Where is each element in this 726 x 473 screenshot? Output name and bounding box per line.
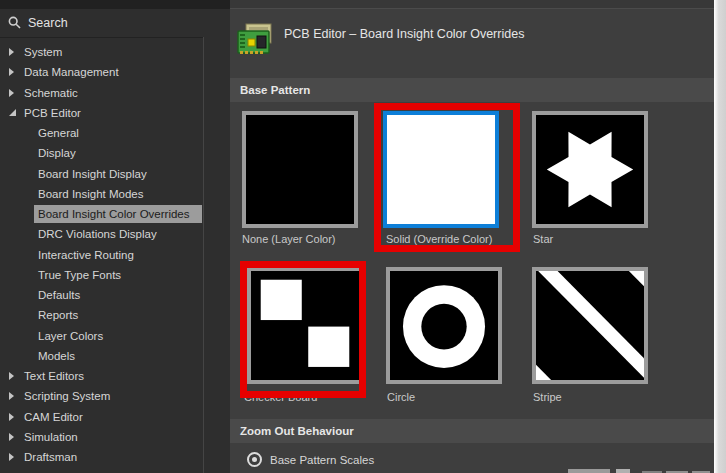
- settings-page: PCB Editor – Board Insight Color Overrid…: [230, 0, 714, 473]
- sidebar-item-cam-editor[interactable]: CAM Editor: [0, 407, 204, 427]
- sidebar-item-board-insight-color-overrides[interactable]: Board Insight Color Overrides: [0, 204, 204, 224]
- pattern-label-none: None (Layer Color): [242, 233, 336, 245]
- pattern-label-star: Star: [533, 233, 553, 245]
- search-placeholder: Search: [28, 16, 68, 30]
- zoom-out-section-header: Zoom Out Behaviour: [230, 419, 714, 443]
- base-pattern-section-header: Base Pattern: [230, 78, 714, 102]
- chevron-right-icon[interactable]: [0, 68, 24, 76]
- sidebar-item-drc-violations-display[interactable]: DRC Violations Display: [0, 224, 204, 244]
- settings-tree: System Data Management Schematic PCB Edi…: [0, 42, 204, 467]
- panel-top-strip: [230, 0, 714, 9]
- sidebar-item-system[interactable]: System: [0, 42, 204, 62]
- chevron-right-icon[interactable]: [0, 453, 24, 461]
- sidebar-item-schematic[interactable]: Schematic: [0, 83, 204, 103]
- sidebar-item-text-editors[interactable]: Text Editors: [0, 366, 204, 386]
- pattern-tile-checker[interactable]: [247, 267, 363, 384]
- pattern-tile-none[interactable]: [242, 111, 358, 228]
- pattern-tile-star[interactable]: [532, 111, 648, 228]
- sidebar-item-draftsman[interactable]: Draftsman: [0, 447, 204, 467]
- sidebar-item-true-type-fonts[interactable]: True Type Fonts: [0, 265, 204, 285]
- chevron-right-icon[interactable]: [0, 89, 24, 97]
- chevron-right-icon[interactable]: [0, 372, 24, 380]
- checker-pattern-graphic: [251, 271, 359, 380]
- pattern-tile-solid[interactable]: [383, 111, 499, 228]
- circle-pattern-graphic: [390, 271, 498, 380]
- chevron-right-icon[interactable]: [0, 433, 24, 441]
- sidebar-item-board-insight-modes[interactable]: Board Insight Modes: [0, 184, 204, 204]
- sidebar-item-data-management[interactable]: Data Management: [0, 62, 204, 82]
- sidebar-item-display[interactable]: Display: [0, 143, 204, 163]
- stripe-pattern-graphic: [536, 271, 644, 380]
- base-pattern-scales-option[interactable]: Base Pattern Scales: [247, 452, 374, 467]
- sidebar-top-strip: [0, 0, 230, 9]
- chevron-expanded-icon[interactable]: [0, 109, 24, 116]
- search-separator: [0, 37, 204, 38]
- sidebar-item-defaults[interactable]: Defaults: [0, 285, 204, 305]
- sidebar-item-interactive-routing[interactable]: Interactive Routing: [0, 245, 204, 265]
- sidebar-item-simulation[interactable]: Simulation: [0, 427, 204, 447]
- page-title: PCB Editor – Board Insight Color Overrid…: [284, 27, 524, 41]
- pattern-tile-stripe[interactable]: [532, 267, 648, 384]
- sidebar-item-layer-colors[interactable]: Layer Colors: [0, 326, 204, 346]
- chevron-right-icon[interactable]: [0, 392, 24, 400]
- radio-selected-icon[interactable]: [247, 452, 262, 467]
- pcb-board-icon: [236, 22, 276, 60]
- star-pattern-graphic: [536, 115, 644, 224]
- radio-label: Base Pattern Scales: [270, 454, 374, 466]
- sidebar-item-scripting-system[interactable]: Scripting System: [0, 386, 204, 406]
- sidebar-item-general[interactable]: General: [0, 123, 204, 143]
- chevron-right-icon[interactable]: [0, 48, 24, 56]
- sidebar-item-board-insight-display[interactable]: Board Insight Display: [0, 164, 204, 184]
- preferences-sidebar: Search System Data Management Schematic …: [0, 0, 230, 473]
- pattern-label-stripe: Stripe: [533, 391, 562, 403]
- sidebar-item-models[interactable]: Models: [0, 346, 204, 366]
- pattern-label-solid: Solid (Override Color): [386, 233, 492, 245]
- search-icon: [8, 16, 21, 29]
- sidebar-item-pcb-editor[interactable]: PCB Editor: [0, 103, 204, 123]
- chevron-right-icon[interactable]: [0, 413, 24, 421]
- pattern-label-circle: Circle: [387, 391, 415, 403]
- pattern-label-checker: Checker Board: [244, 391, 317, 403]
- pattern-tile-circle[interactable]: [386, 267, 502, 384]
- sidebar-item-reports[interactable]: Reports: [0, 305, 204, 325]
- search-input[interactable]: Search: [0, 9, 230, 36]
- scrollbar-track[interactable]: [714, 0, 726, 473]
